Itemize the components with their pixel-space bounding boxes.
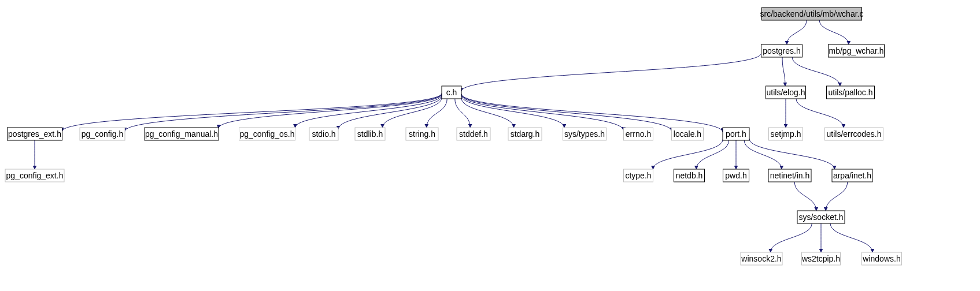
node-label-setjmp: setjmp.h bbox=[771, 129, 801, 139]
node-label-systypes: sys/types.h bbox=[564, 129, 605, 139]
node-label-netinetin: netinet/in.h bbox=[770, 171, 810, 180]
node-string[interactable]: string.h bbox=[406, 128, 438, 140]
node-label-syssocket: sys/socket.h bbox=[798, 212, 843, 222]
node-label-windows: windows.h bbox=[862, 254, 900, 263]
edge-ch-pgconfig bbox=[125, 94, 442, 131]
node-root[interactable]: src/backend/utils/mb/wchar.c bbox=[760, 8, 864, 20]
node-errcodes[interactable]: utils/errcodes.h bbox=[825, 128, 883, 140]
edge-ch-locale bbox=[461, 94, 672, 131]
node-ws2tcpip[interactable]: ws2tcpip.h bbox=[801, 252, 841, 265]
node-pgconfigext[interactable]: pg_config_ext.h bbox=[5, 169, 64, 182]
node-stddef[interactable]: stddef.h bbox=[457, 128, 490, 140]
node-pgwchar[interactable]: mb/pg_wchar.h bbox=[829, 44, 885, 57]
node-winsock2[interactable]: winsock2.h bbox=[741, 252, 782, 265]
dependency-graph: src/backend/utils/mb/wchar.cpostgres.hmb… bbox=[0, 0, 980, 291]
edge-ch-pgconfigos bbox=[295, 95, 442, 128]
node-arpainet[interactable]: arpa/inet.h bbox=[832, 169, 872, 182]
edge-ch-postgresext bbox=[62, 94, 442, 132]
edge-port-netinetin bbox=[744, 140, 782, 169]
node-pgconfig[interactable]: pg_config.h bbox=[80, 128, 125, 140]
node-errno[interactable]: errno.h bbox=[624, 128, 653, 140]
node-port[interactable]: port.h bbox=[723, 128, 749, 140]
node-stdarg[interactable]: stdarg.h bbox=[508, 128, 542, 140]
node-label-arpainet: arpa/inet.h bbox=[833, 171, 871, 180]
node-label-postgres: postgres.h bbox=[763, 46, 800, 55]
node-setjmp[interactable]: setjmp.h bbox=[769, 128, 803, 140]
node-label-stddef: stddef.h bbox=[459, 129, 488, 139]
node-label-ctype: ctype.h bbox=[625, 171, 651, 180]
node-postgresext[interactable]: postgres_ext.h bbox=[8, 128, 62, 140]
edge-port-netdb bbox=[696, 140, 728, 169]
edge-port-arpainet bbox=[749, 139, 834, 169]
edge-postgres-utilselog bbox=[782, 57, 785, 86]
node-label-string: string.h bbox=[409, 129, 435, 139]
node-ch[interactable]: c.h bbox=[442, 86, 461, 99]
node-stdio[interactable]: stdio.h bbox=[309, 128, 338, 140]
node-windows[interactable]: windows.h bbox=[862, 252, 902, 265]
node-label-utilselog: utils/elog.h bbox=[767, 88, 805, 97]
node-label-pwd: pwd.h bbox=[725, 171, 746, 180]
node-label-stdlib: stdlib.h bbox=[357, 129, 383, 139]
node-label-pgconfigman: pg_config_manual.h bbox=[145, 129, 218, 139]
edge-syssocket-windows bbox=[830, 223, 872, 252]
edge-ch-port bbox=[461, 94, 723, 132]
node-netinetin[interactable]: netinet/in.h bbox=[768, 169, 811, 182]
node-label-errcodes: utils/errcodes.h bbox=[827, 129, 882, 139]
node-label-netdb: netdb.h bbox=[676, 171, 703, 180]
node-label-pgconfigext: pg_config_ext.h bbox=[6, 171, 64, 180]
edge-syssocket-winsock2 bbox=[771, 223, 812, 252]
edge-ch-stddef bbox=[455, 99, 470, 128]
node-label-stdio: stdio.h bbox=[312, 129, 335, 139]
node-ctype[interactable]: ctype.h bbox=[624, 169, 653, 182]
edge-ch-stdlib bbox=[383, 98, 442, 128]
edge-ch-pgconfigman bbox=[219, 94, 442, 129]
node-locale[interactable]: locale.h bbox=[672, 128, 704, 140]
node-postgres[interactable]: postgres.h bbox=[761, 44, 803, 57]
edge-ch-stdio bbox=[338, 96, 442, 129]
node-netdb[interactable]: netdb.h bbox=[674, 169, 705, 182]
edge-root-pgwchar bbox=[819, 20, 849, 44]
edge-ch-systypes bbox=[461, 95, 564, 128]
node-utilspalloc[interactable]: utils/palloc.h bbox=[827, 86, 875, 99]
edge-ch-errno bbox=[461, 95, 624, 131]
node-label-pgconfig: pg_config.h bbox=[82, 129, 123, 139]
edge-arpainet-syssocket bbox=[826, 182, 848, 211]
node-label-errno: errno.h bbox=[626, 129, 651, 139]
node-systypes[interactable]: sys/types.h bbox=[563, 128, 607, 140]
edge-postgres-ch bbox=[461, 53, 761, 91]
node-label-port: port.h bbox=[726, 129, 746, 139]
node-syssocket[interactable]: sys/socket.h bbox=[797, 211, 845, 223]
node-label-utilspalloc: utils/palloc.h bbox=[828, 88, 872, 97]
node-label-postgresext: postgres_ext.h bbox=[8, 129, 61, 139]
node-pgconfigman[interactable]: pg_config_manual.h bbox=[145, 128, 219, 140]
edge-netinetin-syssocket bbox=[794, 182, 816, 211]
node-label-winsock2: winsock2.h bbox=[741, 254, 781, 263]
node-utilselog[interactable]: utils/elog.h bbox=[766, 86, 806, 99]
node-label-pgconfigos: pg_config_os.h bbox=[240, 129, 295, 139]
node-stdlib[interactable]: stdlib.h bbox=[355, 128, 385, 140]
node-label-stdarg: stdarg.h bbox=[511, 129, 540, 139]
edge-port-ctype bbox=[653, 140, 723, 169]
node-label-ch: c.h bbox=[446, 88, 457, 97]
node-label-ws2tcpip: ws2tcpip.h bbox=[801, 254, 840, 263]
edge-postgres-utilspalloc bbox=[792, 57, 840, 86]
node-label-pgwchar: mb/pg_wchar.h bbox=[829, 46, 884, 55]
node-pgconfigos[interactable]: pg_config_os.h bbox=[239, 128, 295, 140]
node-label-root: src/backend/utils/mb/wchar.c bbox=[760, 9, 864, 18]
edge-root-postgres bbox=[787, 20, 807, 44]
node-pwd[interactable]: pwd.h bbox=[723, 169, 749, 182]
edge-utilselog-errcodes bbox=[796, 99, 844, 128]
edge-ch-string bbox=[427, 99, 447, 128]
node-label-locale: locale.h bbox=[674, 129, 701, 139]
